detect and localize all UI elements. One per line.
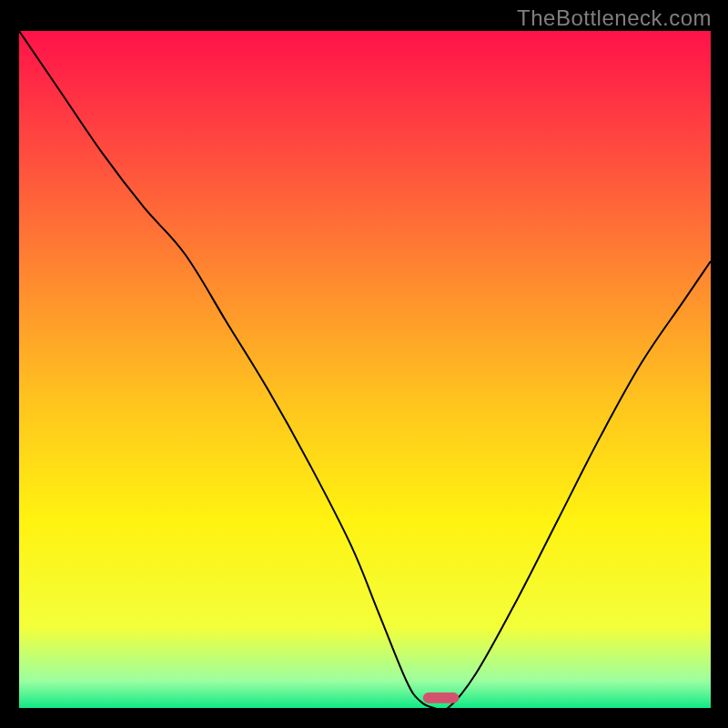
attribution-label: TheBottleneck.com	[517, 5, 712, 31]
plot-area	[19, 31, 711, 708]
chart-frame: TheBottleneck.com	[0, 0, 728, 728]
optimal-marker	[423, 693, 460, 703]
bottleneck-chart	[0, 0, 728, 728]
